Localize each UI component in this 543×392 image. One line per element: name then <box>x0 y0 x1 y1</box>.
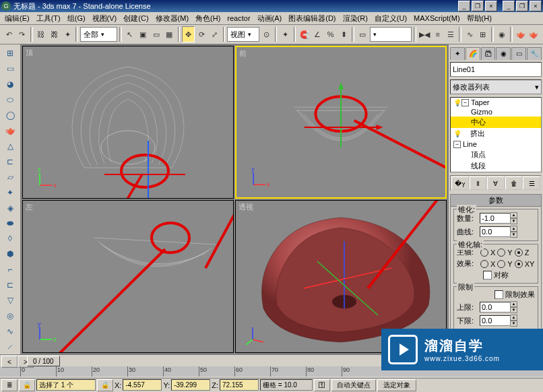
named-sel-dropdown[interactable] <box>370 27 412 42</box>
chamfer-icon[interactable]: ◈ <box>1 200 19 216</box>
viewport-front[interactable]: 前 x y <box>235 46 447 199</box>
menu-item[interactable]: MAXScript(M) <box>412 14 461 22</box>
schematic-button[interactable]: ⊞ <box>477 26 490 42</box>
menu-item[interactable]: 帮助(H) <box>465 13 494 24</box>
menu-item[interactable]: reactor <box>225 14 252 22</box>
capsule-icon[interactable]: ⬬ <box>1 216 19 231</box>
link-button[interactable]: ⛓ <box>35 26 48 42</box>
rotate-button[interactable]: ⟳ <box>195 26 208 42</box>
redo-button[interactable]: ↷ <box>16 26 29 42</box>
stack-spline[interactable]: 样条线 <box>451 172 541 172</box>
selected-obj-button[interactable]: 选定对象 <box>377 379 416 391</box>
script-button[interactable]: ≣ <box>1 379 18 391</box>
stack-vertex[interactable]: 顶点 <box>451 149 541 160</box>
stack-center[interactable]: 中心 <box>451 117 541 128</box>
menu-item[interactable]: 创建(C) <box>121 13 150 24</box>
lock-sel-button[interactable]: 🔒 <box>97 379 113 391</box>
effect-x-radio[interactable] <box>480 260 488 268</box>
minimize2-button[interactable]: _ <box>503 1 515 11</box>
curve-spinner[interactable]: ▲▼ <box>480 226 517 238</box>
bone-icon[interactable]: ⟋ <box>1 339 19 354</box>
select-name-button[interactable]: ▣ <box>137 26 150 42</box>
material-button[interactable]: ◉ <box>496 26 509 42</box>
ref-coord-dropdown[interactable]: 视图 <box>227 27 259 42</box>
y-field[interactable]: -39.299 <box>171 379 210 391</box>
selection-set-dropdown[interactable]: 全部 <box>80 27 117 42</box>
gengon-icon[interactable]: ⬢ <box>1 247 19 262</box>
hierarchy-tab[interactable]: 🖆 <box>481 47 496 60</box>
configure-button[interactable]: ☰ <box>523 176 540 190</box>
menu-item[interactable]: 组(G) <box>65 13 88 24</box>
curve-editor-button[interactable]: ∿ <box>464 26 476 42</box>
restore-button[interactable]: ❐ <box>472 1 484 11</box>
box-icon[interactable]: ▭ <box>1 61 19 77</box>
limit-effect-checkbox[interactable] <box>494 290 503 299</box>
menu-item[interactable]: 动画(A) <box>255 13 284 24</box>
effect-y-radio[interactable] <box>497 260 505 268</box>
menu-item[interactable]: 工具(T) <box>34 13 63 24</box>
stack-line[interactable]: −Line <box>451 139 541 149</box>
align-button[interactable]: ≡ <box>431 26 444 42</box>
scale-button[interactable]: ⤢ <box>208 26 221 42</box>
unlink-button[interactable]: ⛓̸ <box>48 26 61 42</box>
mirror-button[interactable]: ▶◀ <box>418 26 431 42</box>
utilities-tab[interactable]: 🔧 <box>527 47 542 60</box>
modifier-stack[interactable]: 💡−Taper Gizmo 中心 💡挤出 −Line 顶点 线段 样条线 <box>450 97 542 172</box>
menu-item[interactable]: 编辑(E) <box>3 13 32 24</box>
modifier-list-dropdown[interactable]: 修改器列表▾ <box>450 79 542 94</box>
upper-spinner[interactable]: ▲▼ <box>480 301 517 313</box>
remove-mod-button[interactable]: 🗑 <box>505 176 523 190</box>
cylinder-icon[interactable]: ⬭ <box>1 92 19 108</box>
window-crossing-button[interactable]: ▦ <box>163 26 176 42</box>
manip-button[interactable]: ✦ <box>279 26 292 42</box>
select-button[interactable]: ↖ <box>124 26 137 42</box>
z-field[interactable]: 72.155 <box>220 379 259 391</box>
stack-taper[interactable]: 💡−Taper <box>451 98 541 107</box>
sphere-icon[interactable]: ◕ <box>1 77 19 92</box>
menu-item[interactable]: 角色(H) <box>193 13 222 24</box>
lext-icon[interactable]: ⌐ <box>1 262 19 277</box>
percent-snap-button[interactable]: % <box>324 26 337 42</box>
close2-button[interactable]: × <box>530 1 542 11</box>
undo-button[interactable]: ↶ <box>3 26 15 42</box>
symmetry-checkbox[interactable] <box>483 271 492 280</box>
move-button[interactable]: ✥ <box>182 26 195 42</box>
named-sel-button[interactable]: ▭ <box>356 26 369 42</box>
close-button[interactable]: × <box>485 1 497 11</box>
hedra-icon[interactable]: ✦ <box>1 185 19 200</box>
minimize-button[interactable]: _ <box>458 1 470 11</box>
prev-key-button[interactable]: < <box>1 356 18 368</box>
prism-icon[interactable]: ▽ <box>1 293 19 308</box>
tube-icon[interactable]: ⊏ <box>1 154 19 169</box>
stack-gizmo[interactable]: Gizmo <box>451 107 541 117</box>
spindle-icon[interactable]: ◊ <box>1 231 19 247</box>
show-end-button[interactable]: Ⅱ <box>470 176 487 190</box>
unique-button[interactable]: ∀ <box>487 176 505 190</box>
menu-item[interactable]: 渲染(R) <box>341 13 370 24</box>
stack-segment[interactable]: 线段 <box>451 160 541 172</box>
center-button[interactable]: ⊙ <box>260 26 273 42</box>
snap-button[interactable]: 🧲 <box>298 26 311 42</box>
restore2-button[interactable]: ❐ <box>516 1 528 11</box>
plane-icon[interactable]: ▱ <box>1 169 19 185</box>
cone-icon[interactable]: △ <box>1 138 19 154</box>
key-mode-button[interactable]: ⚿ <box>314 379 330 391</box>
time-slider-thumb[interactable]: 0 / 100 <box>27 356 60 366</box>
viewport-left[interactable]: 左 z y <box>22 200 234 353</box>
menu-item[interactable]: 视图(V) <box>90 13 119 24</box>
amount-spinner[interactable]: ▲▼ <box>480 212 517 224</box>
torus-icon[interactable]: ◯ <box>1 108 19 123</box>
hose-icon[interactable]: ∿ <box>1 323 19 339</box>
bind-button[interactable]: ✦ <box>61 26 74 42</box>
tab-panel-icon[interactable]: ⊞ <box>1 46 19 61</box>
render-scene-button[interactable]: 🫖 <box>515 26 528 42</box>
stack-extrude[interactable]: 💡挤出 <box>451 128 541 139</box>
primary-z-radio[interactable] <box>515 249 523 257</box>
motion-tab[interactable]: ◉ <box>496 47 511 60</box>
effect-xy-radio[interactable] <box>515 260 523 268</box>
layers-button[interactable]: ☰ <box>445 26 457 42</box>
menu-item[interactable]: 自定义(U) <box>373 13 409 24</box>
modify-tab[interactable]: 🌈 <box>466 47 480 60</box>
lower-spinner[interactable]: ▲▼ <box>480 315 517 327</box>
menu-item[interactable]: 图表编辑器(D) <box>286 13 338 24</box>
